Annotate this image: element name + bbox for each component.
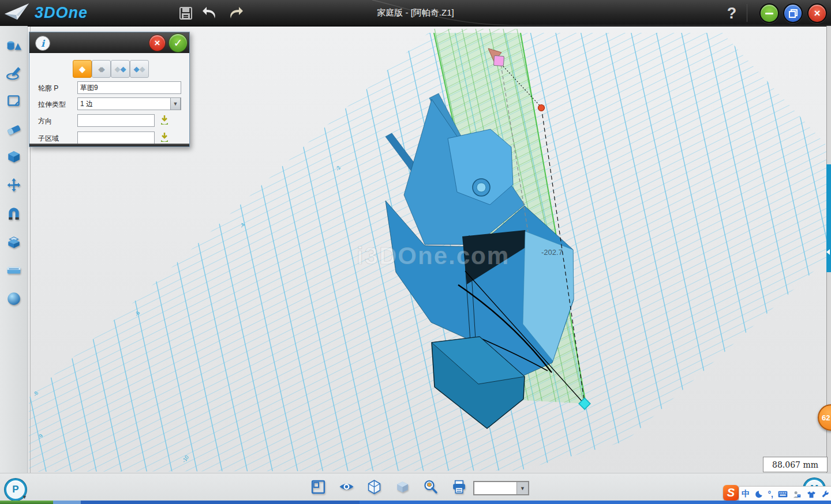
- tool-assembly[interactable]: [5, 233, 23, 251]
- wrench-settings-icon[interactable]: [821, 490, 829, 499]
- window-title: 家庭版 - [阿帕奇.Z1]: [300, 0, 531, 26]
- tool-move[interactable]: [5, 176, 23, 195]
- tool-material[interactable]: [5, 289, 23, 308]
- tool-measure[interactable]: [5, 261, 23, 280]
- chevron-down-icon[interactable]: ▼: [22, 494, 27, 500]
- grid-tick-labels: -8-9-6-4-2-10: [32, 165, 342, 464]
- svg-text:-4: -4: [238, 222, 246, 229]
- visibility-eye-button[interactable]: [338, 478, 355, 495]
- combobox-value: [474, 482, 516, 494]
- panel-collapse-tab[interactable]: [826, 164, 831, 272]
- shaded-view-button[interactable]: [394, 478, 411, 495]
- extrude-option-remove[interactable]: ◆◆: [111, 60, 130, 78]
- subregion-input[interactable]: [77, 131, 155, 144]
- taskbar-segment-green: [0, 501, 53, 504]
- extrude-type-select[interactable]: 1 边: [77, 97, 181, 110]
- titlebar-separator: [747, 4, 747, 22]
- left-toolbar: [0, 26, 28, 501]
- app-logo: 3DOne: [3, 2, 88, 23]
- tool-eraser[interactable]: [5, 121, 23, 139]
- brand-text: 3DOne: [35, 4, 88, 22]
- taskbar-segment-light: [53, 501, 81, 504]
- chevron-down-icon[interactable]: ▼: [516, 482, 528, 494]
- keyboard-icon[interactable]: [778, 490, 788, 498]
- svg-text:-2: -2: [334, 165, 342, 172]
- subregion-pick-icon[interactable]: [159, 131, 170, 143]
- dimension-label: -202.7: [541, 248, 563, 257]
- chevron-left-icon: [826, 249, 830, 255]
- extrude-option-intersect[interactable]: ◆◆: [130, 60, 149, 78]
- app-window: i3DOne.com -202.7 -8-9-6-4-2-10 3DOne 家庭…: [0, 0, 831, 504]
- direction-input[interactable]: [77, 114, 155, 127]
- tool-solid[interactable]: [5, 148, 23, 167]
- save-button[interactable]: [177, 5, 194, 22]
- help-button[interactable]: ?: [724, 2, 740, 24]
- user-dict-icon[interactable]: [792, 490, 802, 499]
- anchor-point-red[interactable]: [538, 105, 545, 111]
- moon-icon[interactable]: [754, 490, 763, 499]
- watermark: i3DOne.com: [357, 242, 510, 269]
- ime-toolbar: 中 °,: [739, 486, 831, 502]
- extrude-type-label: 拉伸类型: [38, 100, 66, 110]
- profile-label: 轮廓 P: [38, 84, 58, 93]
- zoom-button[interactable]: [422, 478, 439, 495]
- wireframe-view-button[interactable]: [365, 478, 383, 495]
- profile-input[interactable]: 草图9: [77, 81, 181, 94]
- info-icon: i: [35, 36, 50, 51]
- subregion-label: 子区域: [38, 134, 59, 144]
- title-bar: 3DOne 家庭版 - [阿帕奇.Z1] ? ×: [0, 0, 831, 27]
- tool-primitives[interactable]: [5, 36, 23, 55]
- svg-text:-10: -10: [181, 454, 190, 464]
- minimize-button[interactable]: [759, 3, 779, 23]
- view-preset-combobox[interactable]: ▼: [473, 481, 529, 495]
- tool-plane[interactable]: [5, 92, 23, 110]
- dialog-confirm-button[interactable]: ✓: [169, 33, 188, 52]
- ime-punctuation-toggle[interactable]: °,: [768, 490, 774, 499]
- handle-square-marker[interactable]: [493, 55, 504, 66]
- extrude-option-base[interactable]: ◆: [73, 60, 92, 78]
- direction-label: 方向: [38, 116, 52, 126]
- direction-pick-icon[interactable]: [159, 114, 170, 126]
- taskbar-segment-dark: [81, 501, 360, 504]
- bottom-toolbar: P ▼ ▼ M: [0, 473, 831, 501]
- paper-plane-icon: [3, 2, 30, 23]
- measure-readout: 88.067 mm: [763, 457, 828, 472]
- dialog-header[interactable]: i × ✓: [29, 32, 189, 53]
- extrude-option-add[interactable]: ◆◆: [92, 60, 111, 78]
- ime-logo[interactable]: S: [723, 485, 739, 501]
- tool-sketch[interactable]: [5, 64, 23, 82]
- skin-shirt-icon[interactable]: [807, 490, 816, 499]
- print-button[interactable]: [450, 478, 467, 495]
- tool-snap-magnet[interactable]: [5, 205, 23, 223]
- restore-button[interactable]: [783, 3, 803, 23]
- extrude-dialog: i × ✓ ◆ ◆◆ ◆◆ ◆◆ 轮廓 P 草图9 拉伸类型 1 边 ▼ 方向 …: [29, 32, 190, 147]
- close-button[interactable]: ×: [807, 3, 827, 23]
- taskbar-segment-blue: [360, 501, 831, 504]
- model-turret-lens: [477, 183, 486, 192]
- redo-button[interactable]: [226, 5, 244, 22]
- svg-text:-6: -6: [133, 310, 141, 317]
- dialog-cancel-button[interactable]: ×: [149, 35, 166, 51]
- ime-language-toggle[interactable]: 中: [742, 489, 750, 499]
- dialog-footer: [29, 144, 189, 146]
- undo-button[interactable]: [202, 5, 219, 22]
- view-layout-button[interactable]: [309, 478, 327, 495]
- svg-text:-8: -8: [32, 390, 39, 397]
- extrude-type-dropdown-arrow[interactable]: ▼: [170, 97, 181, 110]
